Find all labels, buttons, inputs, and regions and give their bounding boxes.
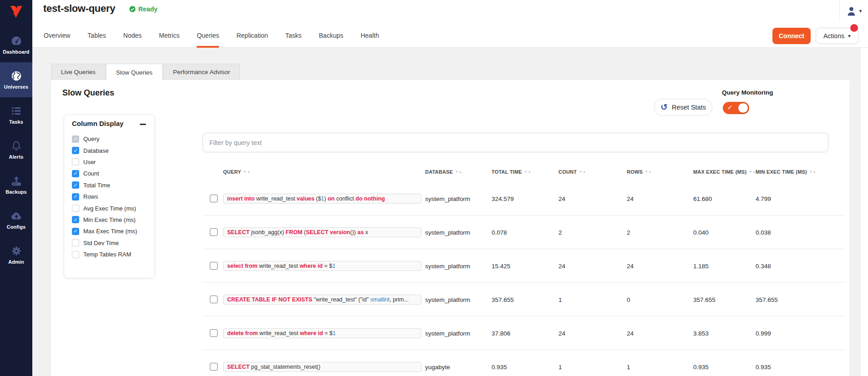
query-segment: = $ <box>323 330 333 336</box>
query-segment: where id <box>300 330 323 336</box>
sidebar-item-backups[interactable]: Backups <box>0 167 32 202</box>
cell-max_exec: 0.040 <box>693 229 709 236</box>
tab-replication[interactable]: Replication <box>236 25 268 48</box>
tab-tasks[interactable]: Tasks <box>285 25 302 48</box>
query-monitoring-toggle[interactable]: ✓ <box>723 102 749 114</box>
sidebar-item-dashboard[interactable]: Dashboard <box>0 27 32 62</box>
column-header-rows[interactable]: ROWS▼▲ <box>627 169 652 175</box>
sort-icon: ▼▲ <box>455 170 462 173</box>
table-row: SELECT pg_stat_statements_reset()yugabyt… <box>51 350 849 376</box>
cell-count: 24 <box>558 196 565 202</box>
cell-database: system_platform <box>425 296 470 303</box>
cell-min_exec: 4.799 <box>756 196 771 202</box>
sort-icon: ▼▲ <box>524 170 532 173</box>
query-segment: ( <box>302 229 306 236</box>
sidebar-item-label: Backups <box>5 189 27 195</box>
sidebar-item-label: Configs <box>7 224 26 230</box>
query-segment: ()) <box>350 229 357 236</box>
cell-database: system_platform <box>425 196 470 202</box>
column-option-query[interactable]: ✓Query <box>72 133 152 145</box>
subtab-slow-queries[interactable]: Slow Queries <box>106 64 162 80</box>
query-cell[interactable]: select from write_read_test where id = $… <box>223 261 421 271</box>
scrollbar[interactable] <box>860 48 868 376</box>
query-cell[interactable]: CREATE TABLE IF NOT EXISTS "write_read_t… <box>223 295 421 305</box>
cell-total_time: 0.935 <box>492 364 507 371</box>
chevron-down-icon: ▾ <box>859 8 862 14</box>
column-header-total-time[interactable]: TOTAL TIME▼▲ <box>492 169 532 175</box>
notification-dot <box>850 24 858 32</box>
query-cell[interactable]: insert into write_read_test values ($1) … <box>223 194 421 204</box>
query-segment: do nothing <box>355 196 385 202</box>
tab-tables[interactable]: Tables <box>87 25 106 48</box>
check-circle-icon <box>129 5 136 13</box>
cell-max_exec: 0.935 <box>693 364 709 371</box>
query-segment: x <box>364 229 368 236</box>
query-cell[interactable]: delete from write_read_test where id = $… <box>223 328 421 338</box>
reset-stats-button[interactable]: ↺ Reset Stats <box>654 99 712 116</box>
cell-min_exec: 0.038 <box>756 229 771 236</box>
column-option-user[interactable]: User <box>72 156 152 168</box>
row-checkbox[interactable] <box>210 296 218 303</box>
row-checkbox[interactable] <box>210 363 218 371</box>
query-filter-input[interactable] <box>203 133 828 152</box>
cell-max_exec: 357.655 <box>693 296 716 303</box>
column-header-count[interactable]: COUNT▼▲ <box>558 169 586 175</box>
query-segment: conflict <box>335 196 355 202</box>
column-header-label: MAX EXEC TIME (MS) <box>693 169 746 175</box>
column-header-label: TOTAL TIME <box>492 169 522 175</box>
subtab-live-queries[interactable]: Live Queries <box>51 64 106 80</box>
query-segment: 1 <box>332 263 335 269</box>
sidebar-item-admin[interactable]: Admin <box>0 237 32 272</box>
column-header-max-exec-time-ms[interactable]: MAX EXEC TIME (MS)▼▲ <box>693 169 756 175</box>
cell-min_exec: 357.655 <box>756 296 778 303</box>
yugabyte-logo[interactable] <box>0 4 32 21</box>
sidebar-item-tasks[interactable]: Tasks <box>0 97 32 132</box>
cell-total_time: 0.078 <box>492 229 507 236</box>
cell-max_exec: 1.185 <box>693 263 709 270</box>
column-display-title: Column Display <box>72 120 123 127</box>
backups-icon <box>10 175 22 187</box>
column-header-label: COUNT <box>558 169 577 175</box>
query-segment: write_read_test <box>254 196 296 202</box>
tab-overview[interactable]: Overview <box>44 25 70 48</box>
row-checkbox[interactable] <box>210 329 218 337</box>
row-checkbox[interactable] <box>210 195 218 202</box>
query-cell[interactable]: SELECT pg_stat_statements_reset() <box>223 362 421 372</box>
cell-count: 24 <box>558 330 565 337</box>
sidebar-item-universes[interactable]: Universes <box>0 62 32 97</box>
tab-backups[interactable]: Backups <box>319 25 344 48</box>
sidebar-item-label: Universes <box>4 84 29 90</box>
row-checkbox[interactable] <box>210 228 218 236</box>
sort-icon: ▼▲ <box>645 170 652 173</box>
column-header-label: ROWS <box>627 169 643 175</box>
tasks-icon <box>10 105 22 117</box>
status-text: Ready <box>138 5 157 13</box>
sidebar-item-alerts[interactable]: Alerts <box>0 132 32 167</box>
column-option-database[interactable]: ✓Database <box>72 145 152 156</box>
query-cell[interactable]: SELECT jsonb_agg(x) FROM (SELECT version… <box>223 227 421 237</box>
collapse-icon[interactable] <box>140 124 146 125</box>
subtab-performance-advisor[interactable]: Performance Advisor <box>163 64 240 80</box>
column-header-query[interactable]: QUERY▼▲ <box>223 169 251 175</box>
sidebar-item-configs[interactable]: Configs <box>0 202 32 237</box>
admin-icon <box>10 245 22 257</box>
cell-rows: 24 <box>627 263 634 270</box>
cell-rows: 1 <box>627 364 630 371</box>
tab-metrics[interactable]: Metrics <box>159 25 179 48</box>
cell-database: system_platform <box>425 229 470 236</box>
column-header-database[interactable]: DATABASE▼▲ <box>425 169 462 175</box>
cell-rows: 24 <box>627 196 634 202</box>
table-row: CREATE TABLE IF NOT EXISTS "write_read_t… <box>51 283 849 316</box>
table-body: insert into write_read_test values ($1) … <box>51 182 849 376</box>
cell-count: 1 <box>558 296 562 303</box>
tab-queries[interactable]: Queries <box>197 25 219 48</box>
column-header-min-exec-time-ms[interactable]: MIN EXEC TIME (MS)▼▲ <box>756 169 817 175</box>
sidebar-item-label: Alerts <box>9 154 24 160</box>
tab-health[interactable]: Health <box>360 25 379 48</box>
tab-nodes[interactable]: Nodes <box>123 25 142 48</box>
row-checkbox[interactable] <box>210 262 218 270</box>
user-menu[interactable]: ▾ <box>839 0 868 22</box>
query-segment: on <box>328 196 335 202</box>
query-segment: "write_read_test" ("id" <box>312 296 371 303</box>
connect-button[interactable]: Connect <box>772 28 811 44</box>
